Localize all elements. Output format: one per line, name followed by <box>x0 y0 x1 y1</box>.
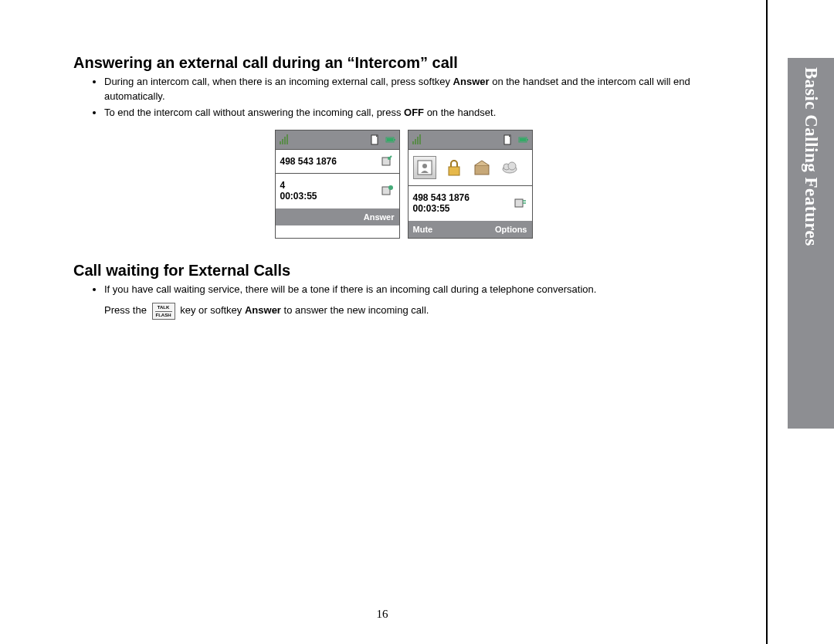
svg-rect-3 <box>286 134 288 144</box>
phone-screen-1: 498 543 1876 4 00:03:55 Answer <box>275 130 400 239</box>
svg-point-10 <box>388 185 393 190</box>
battery-icon <box>385 134 396 145</box>
svg-rect-13 <box>417 137 419 144</box>
svg-rect-6 <box>394 139 395 141</box>
softkey-bar: Mute Options <box>409 221 532 238</box>
text: If you have call waiting service, there … <box>104 283 596 295</box>
softkey-answer[interactable]: Answer <box>364 212 395 222</box>
section-heading-2: Call waiting for External Calls <box>73 262 734 280</box>
list-item: During an intercom call, when there is a… <box>104 75 734 104</box>
svg-rect-21 <box>449 167 459 175</box>
svg-rect-12 <box>415 139 416 144</box>
page-icon <box>370 134 381 145</box>
signal-icon <box>412 134 422 145</box>
text: During an intercom call, when there is a… <box>104 76 453 87</box>
line-number: 4 <box>280 180 317 191</box>
text: key or softkey <box>180 305 245 317</box>
list-item: If you have call waiting service, there … <box>104 283 734 320</box>
softkey-mute[interactable]: Mute <box>413 225 433 234</box>
svg-rect-17 <box>527 139 528 141</box>
phone-screen-2: 498 543 1876 00:03:55 Mute Options <box>408 130 533 239</box>
softkey-bar: Answer <box>276 208 399 225</box>
bullet-list-2: If you have call waiting service, there … <box>73 283 734 320</box>
svg-rect-2 <box>284 137 286 144</box>
svg-rect-0 <box>280 141 281 144</box>
phone-screens: 498 543 1876 4 00:03:55 Answer <box>73 130 734 239</box>
svg-rect-1 <box>282 139 283 144</box>
page-icon <box>503 134 514 145</box>
contacts-icon[interactable] <box>413 156 436 179</box>
page-number: 16 <box>0 608 764 621</box>
svg-rect-26 <box>515 199 523 207</box>
svg-rect-7 <box>387 138 393 141</box>
text: on the handset. <box>424 107 496 118</box>
call-timer: 00:03:55 <box>413 203 470 214</box>
connected-call-icon <box>514 196 527 210</box>
svg-rect-14 <box>419 134 421 144</box>
svg-point-20 <box>422 164 427 168</box>
softkey-options[interactable]: Options <box>495 225 527 234</box>
active-call-icon <box>381 184 395 198</box>
svg-point-25 <box>508 162 516 170</box>
list-item: To end the intercom call without answeri… <box>104 106 734 120</box>
status-bar <box>276 130 399 149</box>
bold-text: OFF <box>404 107 424 118</box>
screen-row: 498 543 1876 <box>276 149 399 173</box>
phone-number: 498 543 1876 <box>280 156 337 167</box>
section-heading-1: Answering an external call during an “In… <box>73 54 734 72</box>
bullet-list-1: During an intercom call, when there is a… <box>73 75 734 120</box>
page-content: Answering an external call during an “In… <box>0 0 764 644</box>
key-label-bottom: FLASH <box>156 313 171 317</box>
signal-icon <box>279 134 290 145</box>
text: Press the <box>104 305 150 317</box>
screen-row: 498 543 1876 00:03:55 <box>409 185 532 221</box>
box-icon[interactable] <box>472 158 492 178</box>
battery-icon <box>518 134 529 145</box>
cloud-icon[interactable] <box>500 158 520 178</box>
text: to answer the new incoming call. <box>281 305 429 317</box>
section-tab: Basic Calling Features <box>788 58 834 429</box>
phone-number: 498 543 1876 <box>413 192 470 203</box>
svg-rect-11 <box>412 141 414 144</box>
screen-row: 4 00:03:55 <box>276 173 399 208</box>
incoming-call-icon <box>381 154 395 168</box>
key-label-top: TALK <box>158 305 170 310</box>
text: To end the intercom call without answeri… <box>104 107 404 118</box>
status-bar <box>409 130 532 149</box>
bold-text: Answer <box>453 76 490 87</box>
call-timer: 00:03:55 <box>280 191 317 202</box>
menu-icon-row <box>409 149 532 185</box>
talk-flash-key-icon: TALK FLASH <box>152 303 175 320</box>
bold-text: Answer <box>245 305 281 317</box>
lock-icon[interactable] <box>444 158 464 178</box>
svg-rect-22 <box>475 165 489 175</box>
svg-rect-18 <box>520 138 526 141</box>
